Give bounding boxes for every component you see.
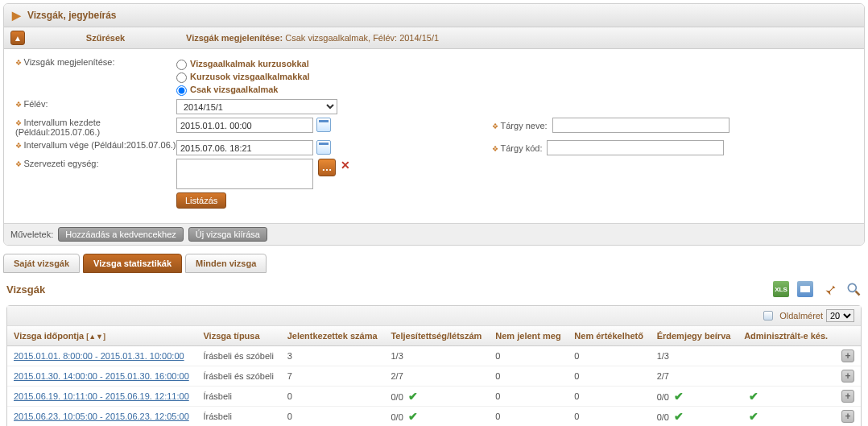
cell-noteval: 0 xyxy=(568,407,650,427)
col-noshow[interactable]: Nem jelent meg xyxy=(489,326,568,346)
cell-time: 2015.01.01. 8:00:00 - 2015.01.31. 10:00:… xyxy=(7,346,196,366)
tabs: Saját vizsgák Vizsga statisztikák Minden… xyxy=(0,249,868,273)
interval-end-label: Intervallum vége (Például:2015.07.06.) xyxy=(15,140,176,150)
cell-type: Írásbeli és szóbeli xyxy=(196,366,280,387)
table-row: 2015.01.30. 14:00:00 - 2015.01.30. 16:00… xyxy=(7,366,861,387)
tab-own-exams[interactable]: Saját vizsgák xyxy=(3,254,80,273)
interval-start-label: Intervallum kezdete (Például:2015.07.06.… xyxy=(15,118,176,137)
filter-summary-value: Csak vizsgaalkalmak, Félév: 2014/15/1 xyxy=(285,33,439,43)
cell-grade: 2/7 xyxy=(651,366,738,387)
page-size-select[interactable]: 20 xyxy=(826,309,854,322)
col-registered[interactable]: Jelentkezettek száma xyxy=(281,326,385,346)
cell-admin: ✔ xyxy=(738,387,835,407)
filter-summary-label: Vizsgák megjelenítése: xyxy=(186,33,283,43)
cell-time: 2015.06.19. 10:11:00 - 2015.06.19. 12:11… xyxy=(7,387,196,407)
cell-admin xyxy=(738,366,835,387)
print-icon[interactable] xyxy=(797,281,813,297)
cell-grade: 0/0✔ xyxy=(651,407,738,427)
tab-all-exams[interactable]: Minden vizsga xyxy=(185,254,267,273)
actions-label: Műveletek: xyxy=(10,230,53,239)
calendar-icon[interactable] xyxy=(316,140,331,155)
cell-time: 2015.01.30. 14:00:00 - 2015.01.30. 16:00… xyxy=(7,366,196,387)
col-noteval[interactable]: Nem értékelhető xyxy=(568,326,650,346)
table-row: 2015.06.19. 10:11:00 - 2015.06.19. 12:11… xyxy=(7,387,861,407)
org-clear-button[interactable]: ✕ xyxy=(341,159,350,172)
expand-button[interactable]: + xyxy=(841,410,854,423)
subject-code-label: Tárgy kód: xyxy=(492,143,542,153)
page-title: Vizsgák, jegybeírás xyxy=(27,10,117,21)
exam-time-link[interactable]: 2015.01.01. 8:00:00 - 2015.01.31. 10:00:… xyxy=(14,351,184,361)
section-title: Vizsgák xyxy=(6,283,45,296)
exam-time-link[interactable]: 2015.06.23. 10:05:00 - 2015.06.23. 12:05… xyxy=(14,412,189,421)
cell-type: Írásbeli xyxy=(196,407,280,427)
collapse-button[interactable]: ▲ xyxy=(10,31,25,45)
toolbar-icons: XLS xyxy=(773,281,862,297)
svg-point-0 xyxy=(848,283,856,292)
cell-reg: 7 xyxy=(281,366,385,387)
col-time[interactable]: Vizsga időpontja[▲▼] xyxy=(7,326,196,346)
check-icon: ✔ xyxy=(408,390,418,403)
cell-expand: + xyxy=(835,366,861,387)
radio-option-3[interactable]: Csak vizsgaalkalmak xyxy=(176,83,310,96)
search-icon[interactable] xyxy=(845,281,862,297)
cell-comp: 1/3 xyxy=(384,346,489,366)
calendar-icon[interactable] xyxy=(316,118,331,132)
chevron-right-icon: ▶ xyxy=(12,9,21,22)
list-button[interactable]: Listázás xyxy=(176,192,226,209)
cell-reg: 0 xyxy=(281,407,385,427)
interval-end-input[interactable] xyxy=(176,140,313,155)
org-browse-button[interactable]: … xyxy=(318,159,336,176)
check-icon: ✔ xyxy=(749,390,758,403)
exam-time-link[interactable]: 2015.01.30. 14:00:00 - 2015.01.30. 16:00… xyxy=(14,371,189,381)
col-admin[interactable]: Adminisztrált-e kés. xyxy=(738,326,835,346)
cell-admin: ✔ xyxy=(738,407,835,427)
grid-panel: Oldalméret 20 Vizsga időpontja[▲▼] Vizsg… xyxy=(6,305,862,426)
cell-expand: + xyxy=(835,407,861,427)
radio-option-1[interactable]: Vizsgaalkalmak kurzusokkal xyxy=(176,57,310,70)
interval-start-input[interactable] xyxy=(176,118,313,133)
cell-noshow: 0 xyxy=(489,366,568,387)
pager-icon[interactable] xyxy=(763,311,773,321)
expand-button[interactable]: + xyxy=(841,370,854,383)
tab-exam-stats[interactable]: Vizsga statisztikák xyxy=(83,254,182,273)
new-exam-button[interactable]: Új vizsga kiírása xyxy=(188,227,267,242)
check-icon: ✔ xyxy=(408,410,418,423)
check-icon: ✔ xyxy=(674,390,684,403)
cell-grade: 1/3 xyxy=(651,346,738,366)
col-grade[interactable]: Érdemjegy beírva xyxy=(651,326,738,346)
cell-noshow: 0 xyxy=(489,346,568,366)
expand-button[interactable]: + xyxy=(841,390,854,403)
exam-time-link[interactable]: 2015.06.19. 10:11:00 - 2015.06.19. 12:11… xyxy=(14,391,189,401)
cell-comp: 0/0✔ xyxy=(384,407,489,427)
cell-expand: + xyxy=(835,346,861,366)
cell-admin xyxy=(738,346,835,366)
subject-code-input[interactable] xyxy=(547,140,724,155)
check-icon: ✔ xyxy=(674,410,684,423)
subject-name-label: Tárgy neve: xyxy=(492,121,548,130)
semester-select[interactable]: 2014/15/1 xyxy=(176,99,337,114)
cell-comp: 2/7 xyxy=(384,366,489,387)
check-icon: ✔ xyxy=(749,410,758,423)
filter-body: Vizsgák megjelenítése: Vizsgaalkalmak ku… xyxy=(4,49,864,223)
cell-reg: 0 xyxy=(281,387,385,407)
svg-line-1 xyxy=(856,292,860,296)
table-row: 2015.06.23. 10:05:00 - 2015.06.23. 12:05… xyxy=(7,407,861,427)
display-label: Vizsgák megjelenítése: xyxy=(15,57,176,67)
cell-noteval: 0 xyxy=(568,346,650,366)
pin-icon[interactable] xyxy=(821,281,837,297)
col-completed[interactable]: Teljesítettség/létszám xyxy=(384,326,489,346)
expand-button[interactable]: + xyxy=(841,349,854,362)
org-label: Szervezeti egység: xyxy=(15,159,176,168)
cell-noteval: 0 xyxy=(568,366,650,387)
grid-table: Vizsga időpontja[▲▼] Vizsga típusa Jelen… xyxy=(7,326,861,426)
cell-reg: 3 xyxy=(281,346,385,366)
radio-option-2[interactable]: Kurzusok vizsgaalkalmakkal xyxy=(176,70,310,83)
cell-grade: 0/0✔ xyxy=(651,387,738,407)
export-xls-icon[interactable]: XLS xyxy=(773,281,789,297)
table-row: 2015.01.01. 8:00:00 - 2015.01.31. 10:00:… xyxy=(7,346,861,366)
org-textarea[interactable] xyxy=(176,159,313,189)
col-type[interactable]: Vizsga típusa xyxy=(196,326,280,346)
subject-name-input[interactable] xyxy=(552,118,730,133)
page-size-label: Oldalméret xyxy=(779,311,823,321)
add-favorite-button[interactable]: Hozzáadás a kedvencekhez xyxy=(58,227,184,242)
